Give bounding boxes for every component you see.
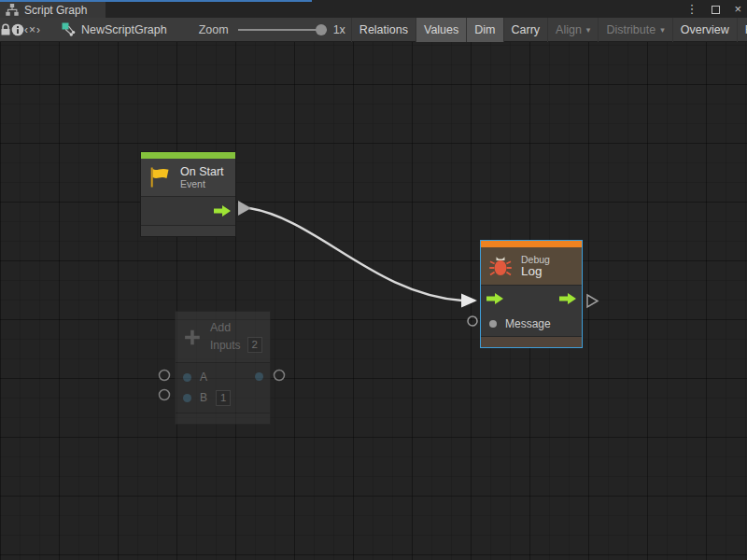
distribute-label: Distribute <box>606 23 655 36</box>
zoom-value: 1x <box>333 23 345 36</box>
add-output-unconnected-circle[interactable] <box>275 371 285 381</box>
log-output-unconnected-triangle[interactable] <box>587 295 598 307</box>
window-menu-button[interactable]: ⋮ <box>685 2 698 17</box>
on-start-accent-bar <box>141 152 235 159</box>
debug-log-title: Log <box>521 265 550 278</box>
on-start-header: On Start Event <box>141 159 235 196</box>
overview-label: Overview <box>681 23 729 36</box>
debug-log-body: Message <box>481 285 582 337</box>
fullscreen-button[interactable]: Full Screen <box>737 18 747 42</box>
debug-log-footer <box>481 337 582 347</box>
align-label: Align <box>556 23 582 36</box>
node-on-start[interactable]: On Start Event <box>140 151 236 237</box>
bug-icon <box>488 254 513 278</box>
on-start-trigger-row <box>141 197 235 225</box>
value-output-port-icon[interactable] <box>255 372 263 381</box>
zoom-slider-track[interactable] <box>238 29 327 31</box>
on-start-body <box>141 196 235 226</box>
tab-title: Script Graph <box>24 4 87 17</box>
debug-log-message-row: Message <box>481 312 582 336</box>
add-port-b-row: B 1 <box>176 387 270 408</box>
debug-log-flow-row <box>481 286 582 312</box>
window-controls: ⋮ × <box>685 2 741 17</box>
tab-script-graph[interactable]: Script Graph <box>0 2 106 18</box>
carry-button[interactable]: Carry <box>503 18 548 42</box>
on-start-title: On Start <box>180 165 224 178</box>
tab-strip: Script Graph ⋮ × <box>0 0 747 18</box>
chevron-down-icon: ▾ <box>586 25 591 35</box>
code-view-button[interactable]: ‹×› <box>24 18 41 42</box>
node-debug-log[interactable]: Debug Log Message <box>480 240 583 348</box>
add-footer <box>176 413 270 424</box>
flow-input-port-icon[interactable] <box>486 293 503 304</box>
dim-label: Dim <box>474 23 495 36</box>
debug-log-accent-bar <box>481 241 582 247</box>
lock-icon <box>0 23 11 36</box>
carry-label: Carry <box>512 23 541 36</box>
values-label: Values <box>424 23 458 36</box>
plus-icon <box>183 325 202 350</box>
align-button[interactable]: Align ▾ <box>547 18 598 42</box>
log-input-wire-arrowhead[interactable] <box>461 294 477 308</box>
graph-canvas[interactable]: On Start Event Debug Log <box>0 42 747 560</box>
values-button[interactable]: Values <box>416 18 466 42</box>
relations-label: Relations <box>359 23 408 36</box>
add-header: Add Inputs 2 <box>176 312 270 362</box>
graph-breadcrumb[interactable]: NewScriptGraph <box>54 18 175 42</box>
add-inputs-count-field[interactable]: 2 <box>247 337 262 353</box>
zoom-slider[interactable] <box>238 24 327 35</box>
wire-onstart-to-log[interactable] <box>249 208 462 301</box>
graph-toolbar: ‹×› NewScriptGraph Zoom 1x Relations Val… <box>0 18 747 42</box>
log-message-unconnected-circle[interactable] <box>468 316 477 326</box>
overview-button[interactable]: Overview <box>672 18 737 42</box>
add-input-b-unconnected-circle[interactable] <box>160 390 170 400</box>
graph-asset-icon <box>62 22 76 36</box>
message-port-icon[interactable] <box>489 320 497 328</box>
maximize-button[interactable] <box>712 6 720 14</box>
flow-output-port-icon[interactable] <box>214 205 231 217</box>
chevron-down-icon: ▾ <box>660 25 665 35</box>
info-icon <box>11 23 24 36</box>
on-start-subtitle: Event <box>180 178 224 189</box>
on-start-footer <box>141 226 235 236</box>
add-port-a-row: A <box>176 367 270 387</box>
lock-button[interactable] <box>0 18 11 42</box>
tab-graph-icon <box>6 4 19 16</box>
add-body: A B 1 <box>176 362 270 413</box>
port-b-label: B <box>200 391 207 404</box>
message-port-label: Message <box>505 317 551 330</box>
add-inputs-label: Inputs <box>210 339 241 352</box>
dim-button[interactable]: Dim <box>466 18 502 42</box>
close-button[interactable]: × <box>734 2 741 17</box>
value-port-a-icon[interactable] <box>183 373 191 382</box>
add-input-a-unconnected-circle[interactable] <box>160 371 170 381</box>
add-title: Add <box>210 321 262 334</box>
relations-button[interactable]: Relations <box>351 18 416 42</box>
port-a-label: A <box>200 371 207 384</box>
distribute-button[interactable]: Distribute ▾ <box>598 18 671 42</box>
script-graph-window: { "window": { "tab_title": "Script Graph… <box>0 0 747 560</box>
info-button[interactable] <box>11 18 24 42</box>
zoom-label: Zoom <box>199 23 229 36</box>
debug-log-header: Debug Log <box>481 247 582 285</box>
graph-name: NewScriptGraph <box>81 23 167 36</box>
code-icon: ‹×› <box>24 23 41 36</box>
flag-icon <box>148 166 172 189</box>
flow-output-port-icon[interactable] <box>559 293 576 304</box>
port-b-value-field[interactable]: 1 <box>216 390 231 406</box>
connections-overlay <box>0 42 747 560</box>
value-port-b-icon[interactable] <box>183 394 191 402</box>
zoom-slider-handle[interactable] <box>316 24 327 35</box>
zoom-control: Zoom 1x <box>175 23 351 36</box>
onstart-output-connector-cap[interactable] <box>238 201 251 216</box>
node-add[interactable]: Add Inputs 2 A B 1 <box>175 311 271 425</box>
